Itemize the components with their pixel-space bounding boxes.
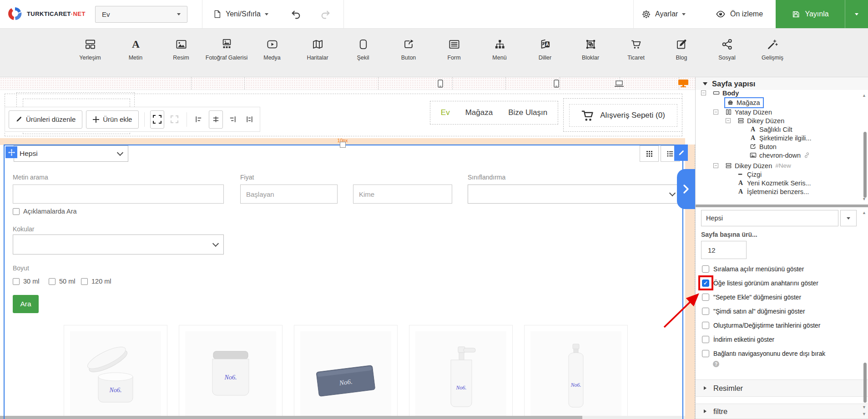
redo-button[interactable] [320,0,331,28]
outline-hidden-toggle[interactable] [168,111,181,128]
canvas-horizontal-scrollbar[interactable] [0,416,695,419]
toolbar-item-resim[interactable]: Resim [158,28,204,77]
align-center-button[interactable] [209,110,223,129]
category-select[interactable]: Hepsi [14,145,128,162]
option-checkbox-s-ralama-a-l-r-men-s-n-g-ster[interactable] [702,265,709,273]
toolbar-item-metin[interactable]: AMetin [113,28,158,77]
toolbar-item-buton[interactable]: Buton [386,28,431,77]
search-descriptions-checkbox[interactable] [13,208,20,215]
nav-item-ma-aza[interactable]: Mağaza [465,108,493,117]
panel-divider[interactable] [696,205,868,207]
option-checkbox-ba-lant-navigasyonunu-devre-d-b-rak[interactable] [702,350,709,357]
scrollbar-thumb[interactable] [863,363,867,403]
toolbar-item-form[interactable]: Form [431,28,477,77]
tree-node-dikey-d-zen[interactable]: Dikey Düzen [696,116,862,125]
size-checkbox-120-ml[interactable] [81,278,88,285]
classification-select[interactable] [468,185,681,204]
page-structure-header[interactable]: Sayfa yapısı [696,77,868,90]
settings-button[interactable]: Ayarlar [641,0,686,28]
toolbar-item-diller[interactable]: ADiller [522,28,568,77]
laptop-breakpoint-icon[interactable] [614,80,624,89]
product-filter-select-caret[interactable] [840,210,857,226]
resize-handle[interactable] [340,142,346,148]
toolbar-item-ekil[interactable]: Şekil [340,28,386,77]
size-checkbox-30-ml[interactable] [13,278,20,285]
tree-node-sa-l-kl-cilt[interactable]: ASağlıklı Cilt [696,125,862,134]
undo-button[interactable] [290,0,302,28]
tree-expander-icon[interactable] [701,90,706,95]
nav-item-bize-ula-n[interactable]: Bize Ulaşın [508,108,547,117]
preview-button[interactable]: Ön izleme [715,0,763,28]
tree-node-buton[interactable]: Buton [696,142,862,151]
product-card[interactable]: No6. [179,325,283,419]
section-resimler[interactable]: Resimler [696,379,868,397]
scroll-down-arrow[interactable]: ▼ [862,197,866,201]
tree-node-ma-aza[interactable]: Mağaza [696,97,862,108]
tree-node-yeni-kozmetik-seris[interactable]: AYeni Kozmetik Seris... [696,179,862,187]
price-to-input[interactable] [353,185,452,204]
product-card[interactable]: No6. [64,325,167,419]
toolbar-item-blog[interactable]: Blog [659,28,704,77]
add-product-button[interactable]: Ürün ekle [86,110,139,129]
scrollbar-thumb[interactable] [863,132,867,198]
toolbar-item-sosyal[interactable]: Sosyal [704,28,750,77]
toolbar-item-bloklar[interactable]: Bloklar [568,28,613,77]
toolbar-item-foto-raf-galerisi[interactable]: Fotoğraf Galerisi [204,28,249,77]
option-checkbox-sepete-ekle-d-mesini-g-ster[interactable] [702,294,709,301]
nav-item-ev[interactable]: Ev [441,108,450,117]
phone-breakpoint-icon[interactable] [554,80,559,90]
tree-node-irketimizle-ilgili[interactable]: AŞirketimizle ilgili... [696,134,862,142]
price-from-input[interactable] [240,185,338,204]
tree-node-izgi[interactable]: Çizgi [696,170,862,179]
toolbar-item-geli-mi[interactable]: Gelişmiş [750,28,795,77]
page-select[interactable]: Ev [95,6,187,23]
align-left-button[interactable] [192,111,205,128]
help-icon[interactable]: ? [713,361,719,367]
size-checkbox-50-ml[interactable] [49,278,56,285]
publish-dropdown-button[interactable] [845,0,868,28]
tree-node-yatay-d-zen[interactable]: Yatay Düzen [696,108,862,116]
move-handle[interactable] [5,146,17,158]
grid-view-button[interactable] [640,145,659,162]
align-justify-button[interactable] [243,111,256,128]
toolbar-item-men[interactable]: Menü [477,28,522,77]
scroll-down-arrow[interactable]: ▼ [862,412,866,416]
tree-expander-icon[interactable] [726,118,731,123]
phone-breakpoint-icon[interactable] [438,80,443,90]
toolbar-item-ticaret[interactable]: Ticaret [613,28,659,77]
scroll-down-arrow[interactable]: ▼ [862,405,866,409]
option-checkbox-i-ndirim-etiketini-g-ster[interactable] [702,336,709,343]
tree-node-i-letmenizi-benzers[interactable]: Aİşletmenizi benzers... [696,187,862,196]
per-page-input[interactable] [701,241,747,259]
scroll-up-arrow[interactable]: ▲ [862,94,866,98]
tree-node-chevron-down[interactable]: chevron-down [696,151,862,160]
sidebar-expand-tab[interactable] [677,169,695,209]
edit-block-button[interactable] [674,145,688,161]
outline-visible-toggle[interactable] [150,110,164,129]
tree-expander-icon[interactable] [713,110,718,115]
toolbar-item-medya[interactable]: Medya [249,28,295,77]
scents-select[interactable] [13,234,224,254]
option-checkbox-olu-turma-de-i-tirme-tarihlerini-g-ster[interactable] [702,322,709,329]
align-right-button[interactable] [227,111,240,128]
desktop-breakpoint-icon-active[interactable] [678,79,689,90]
scroll-up-arrow[interactable]: ▲ [862,211,866,215]
option-checkbox-imdi-sat-n-al-d-mesini-g-ster[interactable] [702,308,709,315]
option-checkbox-e-listesi-g-r-n-m-anahtar-n-g-ster[interactable]: ✓ [702,279,709,287]
toolbar-item-haritalar[interactable]: Haritalar [295,28,340,77]
section-filtre[interactable]: filtre [696,404,868,419]
product-card[interactable]: No6. [409,325,513,419]
product-card[interactable]: No6. [524,325,628,419]
tree-expander-icon[interactable] [713,163,718,168]
tree-node-dikey-d-zen[interactable]: Dikey Düzen#New [696,161,862,170]
edit-products-button[interactable]: Ürünleri düzenle [9,110,82,129]
shopping-cart-button[interactable]: Alışveriş Sepeti (0) [569,104,677,127]
publish-button[interactable]: Yayınla [776,0,845,28]
tree-node-body[interactable]: Body [696,90,862,97]
text-search-input[interactable] [13,185,224,204]
toolbar-item-yerle-im[interactable]: Yerleşim [67,28,113,77]
product-filter-select[interactable]: Hepsi [701,210,838,226]
new-reset-button[interactable]: Yeni/Sıfırla [213,0,268,28]
product-card[interactable]: No6. [294,325,398,419]
search-button[interactable]: Ara [13,295,39,313]
